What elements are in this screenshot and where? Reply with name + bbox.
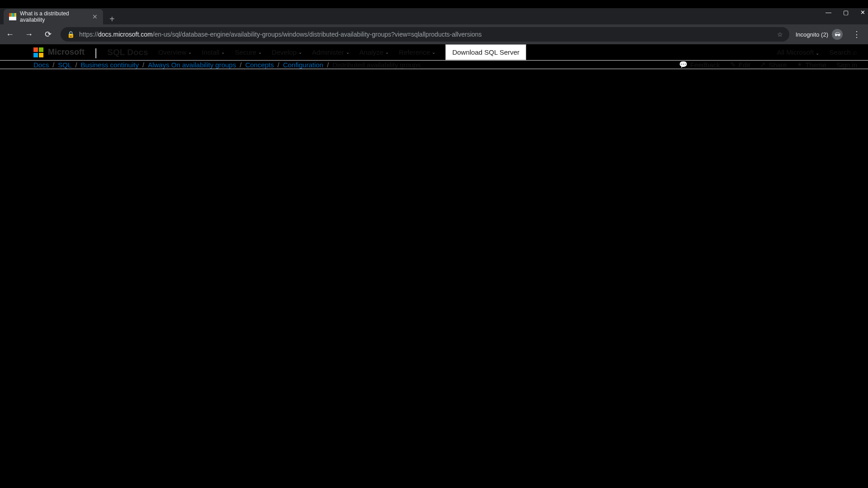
maximize-icon[interactable]: ▢ (843, 9, 849, 16)
tab-close-icon[interactable]: ✕ (92, 13, 98, 20)
new-tab-button[interactable]: + (103, 14, 121, 24)
signin-link[interactable]: Sign in (836, 61, 857, 69)
search-icon: ⌕ (853, 48, 857, 56)
nav-reference[interactable]: Reference⌄ (399, 48, 435, 56)
star-icon[interactable]: ☆ (777, 31, 783, 38)
site-header: Microsoft | SQL Docs Overview⌄ Install⌄ … (0, 44, 868, 61)
divider: | (94, 46, 97, 59)
minimize-icon[interactable]: — (826, 9, 831, 16)
ms-logo-icon (33, 47, 43, 57)
nav-develop[interactable]: Develop⌄ (272, 48, 302, 56)
crumb-sql[interactable]: SQL (58, 61, 71, 69)
crumb-bc[interactable]: Business continuity (81, 61, 139, 69)
window-controls: — ▢ ✕ (826, 9, 865, 16)
breadcrumb: Docs/ SQL/ Business continuity/ Always O… (33, 61, 420, 69)
feedback-button[interactable]: 💬Feedback (679, 61, 720, 69)
microsoft-logo[interactable]: Microsoft (33, 47, 85, 57)
tab-title: What is a distributed availability (20, 10, 89, 23)
crumb-config[interactable]: Configuration (283, 61, 323, 69)
lock-icon: 🔒 (67, 31, 75, 38)
crumb-docs[interactable]: Docs (33, 61, 49, 69)
forward-button[interactable]: → (23, 30, 35, 39)
tab-strip: What is a distributed availability ✕ + (0, 8, 868, 24)
os-titlebar (0, 0, 868, 8)
incognito-indicator[interactable]: Incognito (2)🕶 (796, 29, 843, 40)
nav-analyze[interactable]: Analyze⌄ (359, 48, 389, 56)
crumb-current: Distributed availability groups (332, 61, 420, 69)
share-icon: ↗ (760, 61, 766, 69)
back-button[interactable]: ← (4, 30, 16, 39)
top-nav: Overview⌄ Install⌄ Secure⌄ Develop⌄ Admi… (158, 48, 436, 56)
all-microsoft-menu[interactable]: All Microsoft ⌄ (777, 48, 819, 56)
browser-toolbar: ← → ⟳ 🔒 https://docs.microsoft.com/en-us… (0, 24, 868, 44)
nav-secure[interactable]: Secure⌄ (235, 48, 262, 56)
theme-button[interactable]: ☀Theme (797, 61, 826, 69)
product-title[interactable]: SQL Docs (107, 47, 148, 57)
url-text: https://docs.microsoft.com/en-us/sql/dat… (79, 31, 482, 38)
incognito-icon: 🕶 (832, 29, 843, 40)
browser-menu-icon[interactable]: ⋮ (849, 29, 864, 39)
sun-icon: ☀ (797, 61, 802, 69)
nav-install[interactable]: Install⌄ (202, 48, 225, 56)
reload-button[interactable]: ⟳ (42, 29, 54, 39)
ms-logo-text: Microsoft (48, 47, 85, 57)
share-button[interactable]: ↗Share (760, 61, 787, 69)
crumb-concepts[interactable]: Concepts (245, 61, 274, 69)
mouse-cursor: ⬉ (319, 217, 326, 227)
crumb-ao[interactable]: Always On availability groups (148, 61, 236, 69)
comment-icon: 💬 (679, 61, 688, 69)
browser-tab[interactable]: What is a distributed availability ✕ (4, 9, 103, 24)
address-bar[interactable]: 🔒 https://docs.microsoft.com/en-us/sql/d… (61, 27, 789, 42)
header-right: All Microsoft ⌄ Search ⌕ (777, 48, 857, 56)
search-button[interactable]: Search ⌕ (829, 48, 857, 56)
nav-overview[interactable]: Overview⌄ (158, 48, 192, 56)
close-window-icon[interactable]: ✕ (860, 9, 865, 16)
nav-administer[interactable]: Administer⌄ (312, 48, 349, 56)
edit-button[interactable]: ✎Edit (730, 61, 750, 69)
pencil-icon: ✎ (730, 61, 736, 69)
favicon-icon (9, 13, 16, 20)
sub-header: Docs/ SQL/ Business continuity/ Always O… (0, 61, 868, 69)
browser-chrome: — ▢ ✕ What is a distributed availability… (0, 8, 868, 44)
download-sql-button[interactable]: Download SQL Server (445, 44, 526, 60)
page-actions: 💬Feedback ✎Edit ↗Share ☀Theme Sign in (679, 61, 857, 69)
